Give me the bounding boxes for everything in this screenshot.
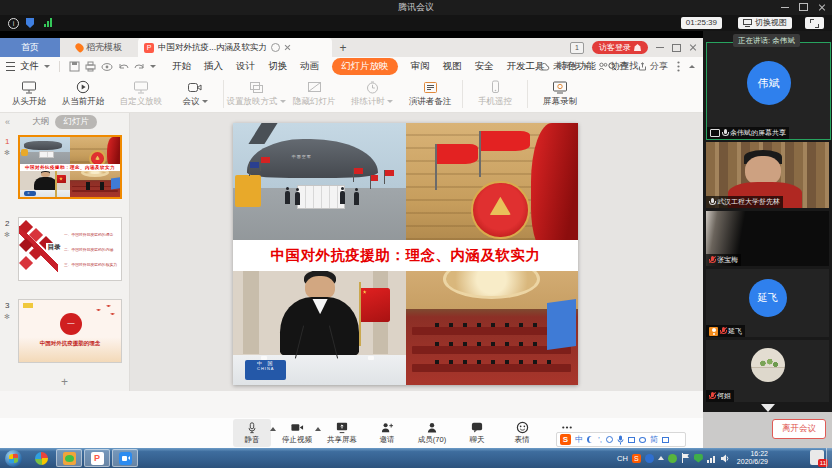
menu-review[interactable]: 审阅	[411, 60, 430, 73]
add-slide-button[interactable]: +	[0, 375, 129, 389]
ime-toolbar[interactable]: S 中 ’, 简	[556, 432, 686, 447]
file-menu[interactable]: 文件	[20, 60, 39, 73]
security-shield-icon[interactable]	[26, 18, 34, 28]
collapse-ribbon-icon[interactable]	[689, 65, 695, 68]
slide-thumbnail-2[interactable]: 目录 一、中国对外抗疫援助的理念 二、中国对外抗疫援助的内涵 三、中国对外抗疫援…	[18, 217, 122, 281]
slide-thumbnail-1[interactable]: 中 中国对外抗疫援助：理念、内涵及软实力	[18, 135, 122, 199]
video-options-icon[interactable]	[315, 427, 321, 431]
file-dropdown-icon[interactable]	[44, 65, 50, 68]
notification-tray-icon[interactable]: 11	[810, 450, 824, 465]
security-tray-icon[interactable]	[694, 454, 703, 463]
slide-1[interactable]: 中国空军	[233, 123, 578, 385]
chat-button[interactable]: 聊天	[458, 419, 496, 447]
tab-close-icon[interactable]	[284, 44, 291, 51]
action-center-flag-icon[interactable]	[681, 453, 690, 463]
menu-start[interactable]: 开始	[172, 60, 191, 73]
mute-button[interactable]: 静音	[233, 419, 271, 447]
menu-security[interactable]: 安全	[475, 60, 494, 73]
stop-video-button[interactable]: 停止视频	[278, 419, 316, 447]
wps-close-icon[interactable]	[689, 44, 697, 52]
wps-minimize-icon[interactable]	[656, 47, 664, 48]
save-icon[interactable]	[69, 61, 80, 72]
tab-document[interactable]: P 中国对外抗疫...内涵及软实力	[138, 38, 332, 57]
menu-insert[interactable]: 插入	[204, 60, 223, 73]
participant-tile-video[interactable]: 武汉工程大学舒先林	[706, 142, 829, 208]
collaborate-button[interactable]: 协作	[598, 60, 629, 73]
taskbar-app-meeting[interactable]	[112, 449, 138, 467]
mic-options-icon[interactable]	[270, 427, 276, 431]
show-desktop-button[interactable]	[826, 448, 832, 468]
members-button[interactable]: 成员(70)	[413, 419, 451, 447]
custom-show-button[interactable]: 自定义放映	[112, 81, 170, 108]
meeting-info-icon[interactable]: i	[8, 18, 19, 29]
print-preview-icon[interactable]	[101, 62, 113, 72]
phone-remote-button[interactable]: 手机遥控	[466, 80, 524, 108]
participant-tile-picture[interactable]: 何姐	[706, 340, 829, 402]
taskbar-app-wechat[interactable]	[56, 449, 82, 467]
wps-maximize-icon[interactable]	[672, 44, 681, 52]
invite-button[interactable]: 邀请	[368, 419, 406, 447]
menu-slideshow-active[interactable]: 幻灯片放映	[332, 58, 398, 75]
taskbar-clock[interactable]: 16:22 2020/6/29	[737, 450, 768, 466]
from-beginning-button[interactable]: 从头开始	[4, 81, 54, 108]
scroll-down-icon[interactable]	[761, 404, 775, 412]
participant-tile-avatar[interactable]: 延飞 延飞	[706, 269, 829, 337]
tray-green-icon[interactable]	[668, 454, 677, 463]
tab-template-store[interactable]: 稻壳模板	[60, 38, 138, 57]
quickbar-dropdown-icon[interactable]	[150, 65, 156, 68]
rehearse-timing-button[interactable]: 排练计时	[343, 81, 401, 108]
volume-tray-icon[interactable]	[721, 454, 730, 463]
settings-wheel-icon[interactable]	[606, 436, 613, 443]
tab-slides[interactable]: 幻灯片	[55, 115, 97, 129]
slide-thumbnail-3[interactable]: 一 中国对外抗疫援助的理念	[18, 299, 122, 363]
hamburger-icon[interactable]	[6, 62, 15, 71]
meeting-button[interactable]: 会议	[170, 81, 220, 108]
maximize-icon[interactable]	[799, 3, 808, 11]
new-tab-button[interactable]: +	[332, 38, 354, 57]
presenter-notes-button[interactable]: 演讲者备注	[401, 81, 459, 108]
menu-transition[interactable]: 切换	[268, 60, 287, 73]
sogou-logo-icon[interactable]: S	[560, 434, 571, 445]
set-show-mode-button[interactable]: 设置放映方式	[227, 81, 285, 108]
sync-status[interactable]: 未同步	[538, 60, 589, 73]
toolbox-icon[interactable]	[662, 437, 669, 443]
leave-meeting-button[interactable]: 离开会议	[772, 419, 826, 439]
undo-icon[interactable]	[118, 62, 129, 72]
tab-outline[interactable]: 大纲	[32, 116, 49, 128]
menu-view[interactable]: 视图	[443, 60, 462, 73]
participant-tile-dark[interactable]: 张宝梅	[706, 211, 829, 266]
simplified-icon[interactable]: 简	[650, 433, 658, 446]
close-icon[interactable]	[818, 3, 826, 11]
taskbar-app-wpp[interactable]: P	[84, 449, 110, 467]
menu-animation[interactable]: 动画	[300, 60, 319, 73]
language-indicator[interactable]: CH	[617, 454, 628, 463]
redo-icon[interactable]	[134, 62, 145, 72]
tab-hint-icon[interactable]	[271, 43, 280, 52]
guest-login-button[interactable]: 访客登录	[592, 41, 648, 54]
clipboard-icon[interactable]	[639, 437, 646, 443]
start-button[interactable]	[5, 450, 22, 467]
share-button[interactable]: 分享	[638, 60, 668, 73]
menu-design[interactable]: 设计	[236, 60, 255, 73]
hide-slide-button[interactable]: 隐藏幻灯片	[285, 81, 343, 108]
emoji-button[interactable]: 表情	[503, 419, 541, 447]
switch-view-button[interactable]: 切换视图	[738, 17, 792, 29]
ime-mode-toggle[interactable]: 中	[575, 433, 583, 446]
voice-input-icon[interactable]	[617, 435, 624, 445]
message-count-badge[interactable]: 1	[570, 42, 584, 54]
network-tray-icon[interactable]	[707, 454, 717, 463]
from-current-button[interactable]: 从当前开始	[54, 80, 112, 108]
tray-expand-icon[interactable]	[658, 456, 664, 460]
participant-tile-screenshare[interactable]: 伟斌 余伟斌的屏幕共享	[706, 42, 831, 140]
tray-app-icon[interactable]	[645, 454, 654, 463]
share-screen-button[interactable]: 共享屏幕	[323, 419, 361, 447]
kebab-menu-icon[interactable]	[677, 61, 680, 72]
tab-home[interactable]: 首页	[0, 38, 60, 57]
collapse-panel-icon[interactable]: «	[5, 117, 10, 127]
taskbar-app-pinwheel[interactable]	[28, 449, 54, 467]
fullscreen-button[interactable]	[805, 17, 824, 29]
print-icon[interactable]	[85, 61, 96, 72]
punctuation-icon[interactable]: ’,	[598, 433, 602, 446]
screen-record-button[interactable]: 屏幕录制	[531, 81, 589, 108]
sogou-tray-icon[interactable]: S	[632, 454, 641, 463]
